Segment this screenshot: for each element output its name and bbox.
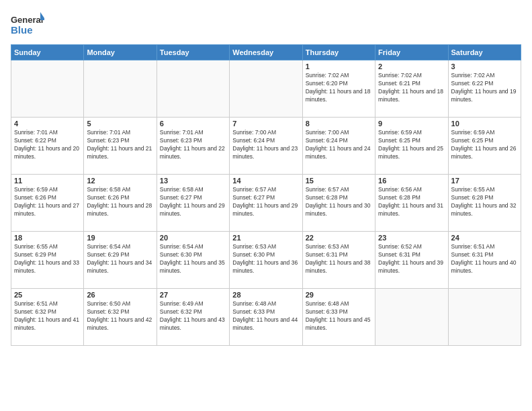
- svg-marker-2: [40, 12, 44, 20]
- svg-text:General: General: [11, 15, 43, 25]
- day-number: 11: [14, 177, 81, 185]
- calendar-table: SundayMondayTuesdayWednesdayThursdayFrid…: [11, 44, 521, 346]
- calendar-cell: 14 Sunrise: 6:57 AMSunset: 6:27 PMDaylig…: [230, 175, 302, 232]
- day-info: Sunrise: 6:53 AMSunset: 6:31 PMDaylight:…: [306, 243, 371, 274]
- calendar-cell: 8 Sunrise: 7:00 AMSunset: 6:24 PMDayligh…: [302, 118, 375, 175]
- logo-svg: General Blue: [11, 11, 44, 38]
- day-number: 16: [378, 177, 445, 185]
- day-number: 7: [232, 120, 299, 128]
- day-number: 9: [378, 120, 445, 128]
- day-number: 5: [87, 120, 153, 128]
- day-info: Sunrise: 6:59 AMSunset: 6:26 PMDaylight:…: [14, 186, 79, 217]
- day-info: Sunrise: 7:01 AMSunset: 6:22 PMDaylight:…: [14, 129, 79, 160]
- calendar-cell: 4 Sunrise: 7:01 AMSunset: 6:22 PMDayligh…: [11, 118, 84, 175]
- weekday-header: Tuesday: [157, 45, 229, 60]
- day-number: 26: [87, 291, 153, 299]
- calendar-cell: 25 Sunrise: 6:51 AMSunset: 6:32 PMDaylig…: [11, 289, 84, 346]
- weekday-header: Saturday: [448, 45, 521, 60]
- calendar-cell: [84, 60, 157, 118]
- calendar-cell: 2 Sunrise: 7:02 AMSunset: 6:21 PMDayligh…: [375, 60, 448, 118]
- day-info: Sunrise: 6:48 AMSunset: 6:33 PMDaylight:…: [232, 300, 298, 331]
- calendar-cell: 13 Sunrise: 6:58 AMSunset: 6:27 PMDaylig…: [157, 175, 229, 232]
- day-number: 17: [451, 177, 518, 185]
- day-number: 24: [451, 234, 518, 242]
- weekday-header: Friday: [375, 45, 448, 60]
- day-number: 27: [160, 291, 226, 299]
- day-number: 2: [378, 62, 445, 71]
- day-number: 23: [378, 234, 445, 242]
- day-info: Sunrise: 6:59 AMSunset: 6:25 PMDaylight:…: [378, 129, 443, 160]
- page: General Blue SundayMondayTuesdayWednesda…: [0, 0, 532, 411]
- day-info: Sunrise: 7:01 AMSunset: 6:23 PMDaylight:…: [87, 129, 152, 160]
- calendar-cell: 10 Sunrise: 6:59 AMSunset: 6:25 PMDaylig…: [448, 118, 521, 175]
- calendar-cell: 15 Sunrise: 6:57 AMSunset: 6:28 PMDaylig…: [302, 175, 375, 232]
- day-info: Sunrise: 6:52 AMSunset: 6:31 PMDaylight:…: [378, 243, 443, 274]
- weekday-header: Thursday: [302, 45, 375, 60]
- calendar-cell: 12 Sunrise: 6:58 AMSunset: 6:26 PMDaylig…: [84, 175, 157, 232]
- calendar-cell: [11, 60, 84, 118]
- day-info: Sunrise: 6:54 AMSunset: 6:30 PMDaylight:…: [160, 243, 225, 274]
- day-info: Sunrise: 6:50 AMSunset: 6:32 PMDaylight:…: [87, 300, 152, 331]
- calendar-cell: 29 Sunrise: 6:48 AMSunset: 6:33 PMDaylig…: [302, 289, 375, 346]
- day-info: Sunrise: 6:51 AMSunset: 6:31 PMDaylight:…: [451, 243, 517, 274]
- day-number: 21: [232, 234, 299, 242]
- day-number: 14: [232, 177, 299, 185]
- day-info: Sunrise: 6:54 AMSunset: 6:29 PMDaylight:…: [87, 243, 152, 274]
- calendar-cell: 3 Sunrise: 7:02 AMSunset: 6:22 PMDayligh…: [448, 60, 521, 118]
- day-info: Sunrise: 6:59 AMSunset: 6:25 PMDaylight:…: [451, 129, 517, 160]
- day-info: Sunrise: 6:48 AMSunset: 6:33 PMDaylight:…: [306, 300, 371, 331]
- day-number: 4: [14, 120, 81, 128]
- day-info: Sunrise: 7:00 AMSunset: 6:24 PMDaylight:…: [306, 129, 371, 160]
- day-info: Sunrise: 6:58 AMSunset: 6:26 PMDaylight:…: [87, 186, 152, 217]
- day-info: Sunrise: 7:00 AMSunset: 6:24 PMDaylight:…: [232, 129, 298, 160]
- calendar-cell: [448, 289, 521, 346]
- calendar-cell: 6 Sunrise: 7:01 AMSunset: 6:23 PMDayligh…: [157, 118, 229, 175]
- day-info: Sunrise: 6:53 AMSunset: 6:30 PMDaylight:…: [232, 243, 298, 274]
- day-number: 19: [87, 234, 153, 242]
- calendar-cell: 11 Sunrise: 6:59 AMSunset: 6:26 PMDaylig…: [11, 175, 84, 232]
- weekday-header: Wednesday: [230, 45, 302, 60]
- calendar-cell: 22 Sunrise: 6:53 AMSunset: 6:31 PMDaylig…: [302, 232, 375, 289]
- day-info: Sunrise: 6:58 AMSunset: 6:27 PMDaylight:…: [160, 186, 225, 217]
- calendar-cell: 1 Sunrise: 7:02 AMSunset: 6:20 PMDayligh…: [302, 60, 375, 118]
- day-number: 28: [232, 291, 299, 299]
- calendar-cell: 19 Sunrise: 6:54 AMSunset: 6:29 PMDaylig…: [84, 232, 157, 289]
- day-info: Sunrise: 7:02 AMSunset: 6:21 PMDaylight:…: [378, 72, 443, 103]
- calendar-cell: 21 Sunrise: 6:53 AMSunset: 6:30 PMDaylig…: [230, 232, 302, 289]
- calendar-cell: 7 Sunrise: 7:00 AMSunset: 6:24 PMDayligh…: [230, 118, 302, 175]
- calendar-cell: 27 Sunrise: 6:49 AMSunset: 6:32 PMDaylig…: [157, 289, 229, 346]
- day-number: 22: [306, 234, 372, 242]
- calendar-cell: 20 Sunrise: 6:54 AMSunset: 6:30 PMDaylig…: [157, 232, 229, 289]
- calendar-cell: 18 Sunrise: 6:55 AMSunset: 6:29 PMDaylig…: [11, 232, 84, 289]
- calendar-cell: [375, 289, 448, 346]
- calendar-cell: 5 Sunrise: 7:01 AMSunset: 6:23 PMDayligh…: [84, 118, 157, 175]
- calendar-cell: 26 Sunrise: 6:50 AMSunset: 6:32 PMDaylig…: [84, 289, 157, 346]
- weekday-header: Monday: [84, 45, 157, 60]
- day-info: Sunrise: 6:57 AMSunset: 6:28 PMDaylight:…: [306, 186, 371, 217]
- day-info: Sunrise: 7:01 AMSunset: 6:23 PMDaylight:…: [160, 129, 225, 160]
- day-number: 8: [306, 120, 372, 128]
- logo: General Blue: [11, 11, 44, 38]
- day-info: Sunrise: 6:57 AMSunset: 6:27 PMDaylight:…: [232, 186, 298, 217]
- calendar-cell: 17 Sunrise: 6:55 AMSunset: 6:28 PMDaylig…: [448, 175, 521, 232]
- day-number: 12: [87, 177, 153, 185]
- day-number: 3: [451, 62, 518, 71]
- day-number: 15: [306, 177, 372, 185]
- day-number: 25: [14, 291, 81, 299]
- calendar-cell: 24 Sunrise: 6:51 AMSunset: 6:31 PMDaylig…: [448, 232, 521, 289]
- calendar-cell: 9 Sunrise: 6:59 AMSunset: 6:25 PMDayligh…: [375, 118, 448, 175]
- day-number: 13: [160, 177, 226, 185]
- calendar-cell: [157, 60, 229, 118]
- calendar-cell: 28 Sunrise: 6:48 AMSunset: 6:33 PMDaylig…: [230, 289, 302, 346]
- day-number: 6: [160, 120, 226, 128]
- day-number: 18: [14, 234, 81, 242]
- weekday-header: Sunday: [11, 45, 84, 60]
- day-info: Sunrise: 6:51 AMSunset: 6:32 PMDaylight:…: [14, 300, 79, 331]
- day-info: Sunrise: 6:55 AMSunset: 6:28 PMDaylight:…: [451, 186, 517, 217]
- svg-text:Blue: Blue: [11, 24, 33, 36]
- day-number: 10: [451, 120, 518, 128]
- day-info: Sunrise: 6:55 AMSunset: 6:29 PMDaylight:…: [14, 243, 79, 274]
- day-number: 20: [160, 234, 226, 242]
- day-number: 29: [306, 291, 372, 299]
- calendar-cell: 16 Sunrise: 6:56 AMSunset: 6:28 PMDaylig…: [375, 175, 448, 232]
